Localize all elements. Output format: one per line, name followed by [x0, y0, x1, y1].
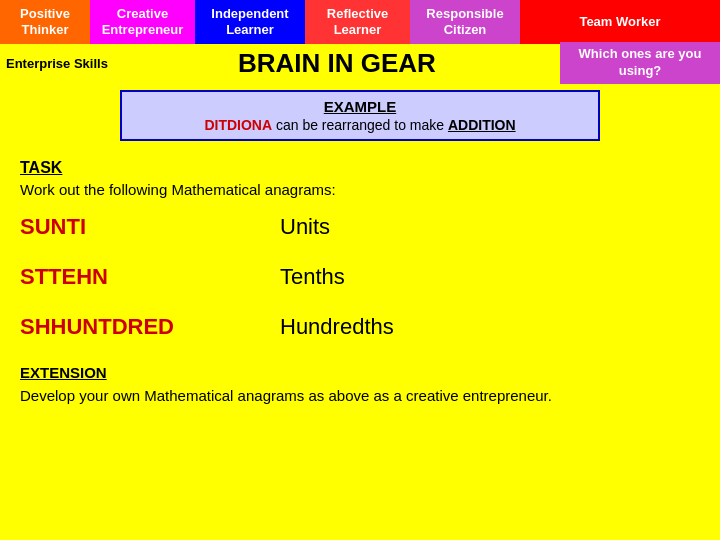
anagram-row-2: STTEHN Tenths [20, 264, 700, 290]
tab-independent-learner-label: Independent Learner [199, 6, 301, 37]
tab-creative-entrepreneur-label: Creative Entrepreneur [94, 6, 191, 37]
tab-reflective-learner[interactable]: Reflective Learner [305, 0, 410, 44]
tab-responsible-citizen-label: Responsible Citizen [414, 6, 516, 37]
anagram-question-2: STTEHN [20, 264, 280, 290]
example-question: DITDIONA [204, 117, 272, 133]
anagram-question-3: SHHUNTDRED [20, 314, 280, 340]
tab-positive-thinker[interactable]: Positive Thinker [0, 0, 90, 44]
header-tabs: Positive Thinker Creative Entrepreneur I… [0, 0, 720, 44]
main-content: TASK Work out the following Mathematical… [0, 149, 720, 416]
tab-creative-entrepreneur[interactable]: Creative Entrepreneur [90, 0, 195, 44]
extension-section: EXTENSION Develop your own Mathematical … [20, 364, 700, 406]
example-answer-text: ADDITION [448, 117, 516, 133]
extension-text: Develop your own Mathematical anagrams a… [20, 385, 700, 406]
example-title: EXAMPLE [132, 98, 588, 115]
example-box: EXAMPLE DITDIONA can be rearranged to ma… [120, 90, 600, 141]
anagram-answer-2: Tenths [280, 264, 345, 290]
which-ones-text: Which ones are you using? [560, 42, 720, 84]
anagram-row-3: SHHUNTDRED Hundredths [20, 314, 700, 340]
example-text: DITDIONA can be rearranged to make ADDIT… [132, 117, 588, 133]
enterprise-skills-label: Enterprise Skills [0, 52, 114, 75]
tab-responsible-citizen[interactable]: Responsible Citizen [410, 0, 520, 44]
anagram-answer-1: Units [280, 214, 330, 240]
tab-independent-learner[interactable]: Independent Learner [195, 0, 305, 44]
task-title: TASK [20, 159, 700, 177]
brain-in-gear-title: BRAIN IN GEAR [114, 46, 560, 81]
anagram-answer-3: Hundredths [280, 314, 394, 340]
example-middle-text: can be rearranged to make [272, 117, 448, 133]
tab-positive-thinker-label: Positive Thinker [4, 6, 86, 37]
tab-team-worker[interactable]: Team Worker [520, 0, 720, 44]
tab-reflective-learner-label: Reflective Learner [309, 6, 406, 37]
sub-header: Enterprise Skills BRAIN IN GEAR Which on… [0, 44, 720, 82]
extension-title: EXTENSION [20, 364, 700, 381]
task-description: Work out the following Mathematical anag… [20, 181, 700, 198]
anagram-question-1: SUNTI [20, 214, 280, 240]
tab-team-worker-label: Team Worker [579, 14, 660, 30]
anagram-row-1: SUNTI Units [20, 214, 700, 240]
